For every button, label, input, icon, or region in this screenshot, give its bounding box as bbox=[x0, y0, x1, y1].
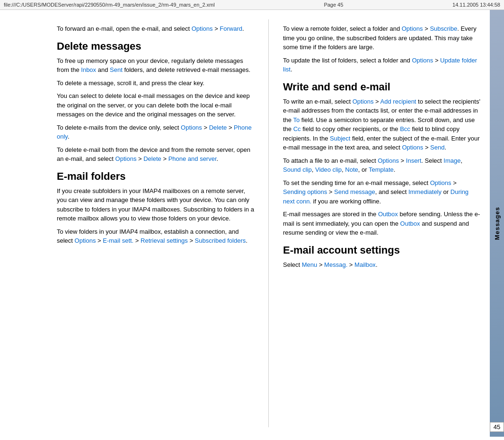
timestamp: 14.11.2005 13:44:58 bbox=[452, 2, 500, 8]
left-column: To forward an e-mail, open the e-mail, a… bbox=[0, 19, 269, 427]
right-para7-link-messag[interactable]: Messag. bbox=[324, 261, 347, 268]
intro-link-options[interactable]: Options bbox=[192, 25, 213, 32]
right-para3-link-subject[interactable]: Subject bbox=[330, 135, 350, 142]
right-para4-link-insert[interactable]: Insert bbox=[406, 157, 422, 164]
right-para4-link-template[interactable]: Template bbox=[369, 166, 394, 173]
right-para3-link-send[interactable]: Send bbox=[430, 144, 444, 151]
section2-title: E-mail folders bbox=[57, 170, 254, 183]
right-para6-link-outbox1[interactable]: Outbox bbox=[378, 211, 398, 218]
para5-link-options[interactable]: Options bbox=[115, 155, 137, 162]
right-para6: E-mail messages are stored in the Outbox… bbox=[283, 210, 480, 238]
right-para4: To attach a file to an e-mail, select Op… bbox=[283, 156, 480, 175]
para1: To free up memory space on your device, … bbox=[57, 56, 254, 75]
para4: To delete e-mails from the device only, … bbox=[57, 123, 254, 141]
right-para3-link-bcc[interactable]: Bcc bbox=[400, 125, 410, 132]
sidebar: Messages 45 bbox=[490, 10, 504, 437]
para6: If you create subfolders in your IMAP4 m… bbox=[57, 186, 254, 223]
right-para5-link-immediately[interactable]: Immediately bbox=[408, 188, 442, 195]
right-para4-link-options[interactable]: Options bbox=[378, 157, 399, 164]
right-section2-title: E-mail account settings bbox=[283, 244, 480, 256]
right-para5: To set the sending time for an e-mail me… bbox=[283, 178, 480, 206]
para7-link-options[interactable]: Options bbox=[75, 237, 96, 244]
right-para4-link-note[interactable]: Note bbox=[345, 166, 358, 173]
para5-link-delete[interactable]: Delete bbox=[143, 155, 161, 162]
section1-title: Delete messages bbox=[57, 40, 254, 53]
right-para3-link-to[interactable]: To bbox=[293, 116, 300, 123]
right-para1-link-subscribe[interactable]: Subscribe bbox=[430, 25, 457, 32]
right-para2-link-options[interactable]: Options bbox=[412, 57, 433, 64]
para2: To delete a message, scroll it, and pres… bbox=[57, 79, 254, 88]
right-para5-link-sendingoptions[interactable]: Sending options bbox=[283, 188, 327, 195]
para4-link-delete[interactable]: Delete bbox=[209, 124, 227, 131]
right-para7-link-menu[interactable]: Menu bbox=[302, 261, 318, 268]
para1-link-sent[interactable]: Sent bbox=[110, 66, 123, 73]
para1-link-inbox[interactable]: Inbox bbox=[81, 66, 96, 73]
sidebar-label: Messages bbox=[494, 207, 501, 240]
para7-link-subscribed[interactable]: Subscribed folders bbox=[195, 237, 246, 244]
right-section1-title: Write and send e-mail bbox=[283, 81, 480, 93]
right-para3-link-cc[interactable]: Cc bbox=[293, 125, 301, 132]
right-para4-link-videoclip[interactable]: Video clip bbox=[315, 166, 342, 173]
para4-link-options[interactable]: Options bbox=[181, 124, 202, 131]
right-para7: Select Menu > Messag. > Mailbox. bbox=[283, 260, 480, 270]
para5-link-phoneserver[interactable]: Phone and server bbox=[168, 155, 217, 162]
page-label: Page 45 bbox=[324, 2, 343, 8]
right-para7-link-mailbox[interactable]: Mailbox bbox=[354, 261, 376, 268]
intro-end: . bbox=[242, 25, 244, 32]
right-para3-link-options2[interactable]: Options bbox=[402, 144, 423, 151]
intro-sep1: > bbox=[213, 25, 220, 32]
right-para5-link-options[interactable]: Options bbox=[430, 179, 451, 186]
right-para4-link-image[interactable]: Image bbox=[443, 157, 460, 164]
right-para3: To write an e-mail, select Options > Add… bbox=[283, 97, 480, 152]
para7-link-emailsett[interactable]: E-mail sett. bbox=[103, 237, 133, 244]
right-para4-link-soundclip[interactable]: Sound clip bbox=[283, 166, 312, 173]
right-para3-link-addrecipient[interactable]: Add recipient bbox=[380, 98, 416, 105]
para5: To delete e-mail both from the device an… bbox=[57, 145, 254, 164]
right-para3-link-options[interactable]: Options bbox=[353, 98, 374, 105]
right-para2: To update the list of folders, select a … bbox=[283, 56, 480, 74]
filepath: file:///C:/USERS/MODEServer/rapi/2290550… bbox=[4, 2, 215, 8]
right-column: To view a remote folder, select a folder… bbox=[269, 19, 490, 427]
right-para6-link-outbox2[interactable]: Outbox bbox=[400, 220, 420, 227]
page-number: 45 bbox=[490, 422, 504, 432]
para7: To view folders in your IMAP4 mailbox, e… bbox=[57, 227, 254, 246]
para7-link-retrievalsettings[interactable]: Retrieval settings bbox=[141, 237, 188, 244]
right-para1-link-options[interactable]: Options bbox=[402, 25, 423, 32]
right-para1: To view a remote folder, select a folder… bbox=[283, 24, 480, 52]
right-para5-link-sendmessage[interactable]: Send message bbox=[334, 188, 375, 195]
intro-text: To forward an e-mail, open the e-mail, a… bbox=[57, 25, 192, 32]
intro-para: To forward an e-mail, open the e-mail, a… bbox=[57, 24, 254, 34]
para3: You can select to delete local e-mail me… bbox=[57, 91, 254, 119]
intro-link-forward[interactable]: Forward bbox=[220, 25, 242, 32]
